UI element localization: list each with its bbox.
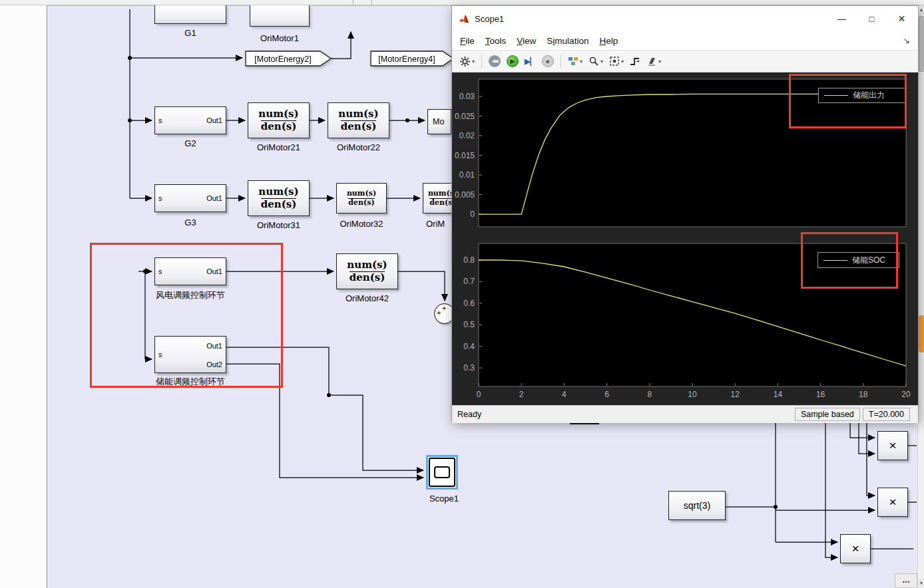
block-orimotor42[interactable]: num(s) den(s) bbox=[336, 253, 398, 289]
block-wind-control[interactable]: s Out1 bbox=[154, 257, 226, 285]
sum-plus-sign: + bbox=[437, 309, 441, 317]
toolbar-separator bbox=[561, 55, 561, 68]
dock-icon[interactable]: ↘ bbox=[903, 36, 910, 45]
highlight-button[interactable]: ▾ bbox=[644, 53, 663, 70]
y-tick-label: 0 bbox=[470, 210, 475, 219]
block-storage-control[interactable]: s Out1 Out2 bbox=[154, 336, 226, 373]
status-sample-mode: Sample based bbox=[795, 408, 860, 421]
scope1-block[interactable] bbox=[426, 455, 458, 490]
stop-button[interactable]: ■ bbox=[540, 53, 556, 70]
toolbar-separator bbox=[481, 55, 482, 68]
block-label: OriMotor31 bbox=[241, 220, 316, 230]
trigger-button[interactable] bbox=[628, 53, 642, 70]
legend-top[interactable]: 储能出力 bbox=[818, 88, 905, 103]
output-port-label: Out1 bbox=[206, 194, 222, 202]
stop-icon: ■ bbox=[542, 55, 554, 67]
y-tick-label: 0.3 bbox=[463, 363, 475, 372]
scrollbar-thumb[interactable] bbox=[919, 16, 924, 72]
x-tick-label: 6 bbox=[604, 390, 609, 399]
legend-bottom[interactable]: 储能SOC bbox=[817, 252, 899, 268]
block-g1[interactable] bbox=[154, 5, 226, 24]
step-forward-icon: ▶▏ bbox=[525, 57, 536, 66]
y-tick-label: 0.02 bbox=[459, 131, 475, 140]
scope-statusbar: Ready Sample based T=20.000 bbox=[452, 405, 918, 423]
tf-denominator: den(s) bbox=[261, 198, 297, 210]
block-g2[interactable]: s Out1 bbox=[154, 106, 226, 134]
block-gain-partial[interactable]: Mo bbox=[427, 109, 451, 134]
menu-file[interactable]: File bbox=[455, 34, 480, 48]
block-sqrt3[interactable]: sqrt(3) bbox=[668, 491, 726, 520]
block-orimotor22[interactable]: num(s) den(s) bbox=[328, 102, 389, 138]
strip-divider bbox=[371, 0, 372, 5]
tf-denominator: den(s) bbox=[348, 198, 374, 208]
scrollbar-marker bbox=[919, 315, 924, 353]
x-tick-label: 18 bbox=[859, 390, 868, 399]
y-tick-label: 0.015 bbox=[455, 151, 475, 160]
input-port-label: s bbox=[158, 194, 162, 202]
step-forward-button[interactable]: ▶▏ bbox=[523, 53, 538, 70]
block-orimotor31[interactable]: num(s) den(s) bbox=[248, 180, 310, 216]
y-tick-label: 0.4 bbox=[463, 342, 475, 351]
matlab-icon bbox=[459, 13, 469, 24]
minimize-button[interactable]: — bbox=[827, 6, 857, 31]
fit-view-icon bbox=[609, 56, 620, 67]
overflow-dots[interactable]: ... bbox=[895, 573, 917, 588]
chevron-down-icon: ▾ bbox=[621, 59, 624, 65]
scroll-down-arrow[interactable]: ▼ bbox=[918, 579, 924, 588]
scroll-up-arrow[interactable]: ▲ bbox=[918, 5, 924, 15]
block-label: OriMotor21 bbox=[241, 142, 316, 152]
menu-view[interactable]: View bbox=[511, 34, 541, 48]
signal-selector-button[interactable]: ▾ bbox=[566, 53, 584, 70]
signal-selector-icon bbox=[568, 56, 578, 67]
step-back-button[interactable]: ◀◀ bbox=[487, 53, 503, 70]
x-tick-label: 0 bbox=[477, 390, 481, 399]
block-label: OriMotor22 bbox=[321, 142, 396, 152]
zoom-button[interactable]: ▾ bbox=[586, 53, 605, 70]
gear-icon bbox=[459, 56, 471, 67]
tf-numerator: num(s) bbox=[347, 190, 376, 198]
scope-titlebar[interactable]: Scope1 — □ × bbox=[452, 6, 918, 31]
block-text: Mo bbox=[433, 117, 444, 126]
goto-tag-label: [MotorEnergy2] bbox=[254, 55, 311, 64]
menu-simulation[interactable]: Simulation bbox=[541, 34, 594, 48]
y-tick-label: 0.5 bbox=[463, 320, 475, 329]
chevron-down-icon: ▾ bbox=[580, 59, 582, 65]
scope-menubar: FileToolsViewSimulationHelp ↘ bbox=[452, 31, 918, 50]
settings-button[interactable]: ▾ bbox=[457, 53, 477, 70]
y-tick-label: 0.025 bbox=[455, 112, 475, 121]
block-orimotor21[interactable]: num(s) den(s) bbox=[248, 102, 310, 138]
sum-plus-sign: + bbox=[442, 304, 446, 312]
status-time: T=20.000 bbox=[863, 408, 910, 421]
x-tick-label: 14 bbox=[774, 390, 783, 399]
output-port-label: Out1 bbox=[206, 116, 222, 124]
step-back-icon: ◀◀ bbox=[489, 55, 501, 67]
menu-tools[interactable]: Tools bbox=[480, 34, 512, 48]
block-product-2[interactable]: × bbox=[877, 488, 908, 517]
maximize-button[interactable]: □ bbox=[857, 6, 887, 31]
block-g3[interactable]: s Out1 bbox=[154, 184, 226, 212]
block-orimotor32[interactable]: num(s) den(s) bbox=[336, 183, 387, 214]
editor-left-margin bbox=[0, 5, 47, 588]
status-ready: Ready bbox=[457, 410, 481, 419]
goto-tag-motorenergy4[interactable]: [MotorEnergy4] bbox=[370, 51, 454, 67]
strip-divider bbox=[353, 0, 353, 5]
editor-top-strip bbox=[0, 0, 924, 5]
tf-numerator: num(s) bbox=[258, 186, 298, 198]
close-button[interactable]: × bbox=[887, 6, 917, 31]
fit-view-button[interactable]: ▾ bbox=[607, 53, 626, 70]
block-label: Scope1 bbox=[414, 494, 474, 504]
run-button[interactable]: ▶ bbox=[505, 53, 521, 70]
menu-help[interactable]: Help bbox=[594, 34, 623, 48]
legend-line-sample bbox=[824, 95, 848, 96]
block-product-1[interactable]: × bbox=[877, 431, 908, 460]
goto-tag-motorenergy2[interactable]: [MotorEnergy2] bbox=[245, 51, 332, 67]
block-product-3[interactable]: × bbox=[840, 534, 871, 563]
trigger-icon bbox=[630, 56, 640, 67]
block-label: G2 bbox=[154, 138, 226, 148]
x-tick-label: 4 bbox=[562, 390, 567, 399]
tf-denominator: den(s) bbox=[261, 120, 297, 132]
block-orimotor1[interactable] bbox=[250, 5, 310, 27]
scope-toolbar: ▾ ◀◀ ▶ ▶▏ ■ ▾ ▾ bbox=[452, 50, 918, 73]
tf-numerator: num(s) bbox=[258, 108, 298, 120]
block-label: 储能调频控制环节 bbox=[145, 376, 236, 388]
